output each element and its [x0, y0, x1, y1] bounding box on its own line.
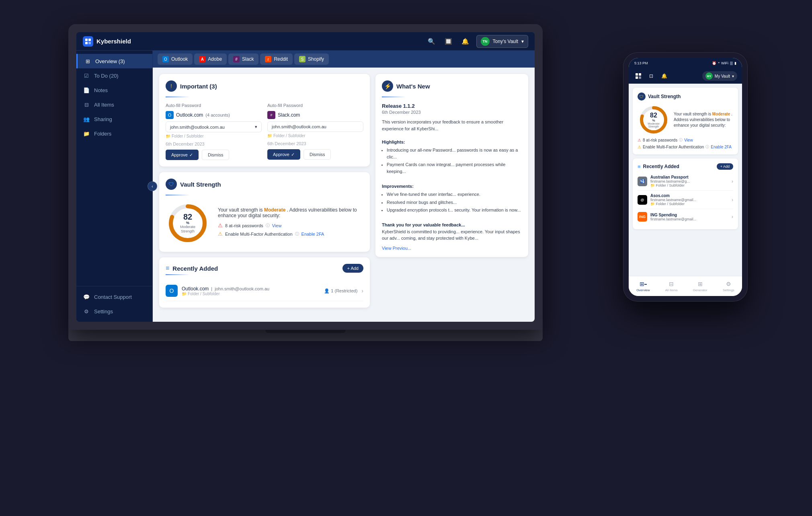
whats-new-card: ⚡ What's New Release 1.1.2 6th December … — [375, 74, 528, 257]
tab-label-slack: Slack — [242, 56, 254, 62]
notes-icon: 📄 — [83, 86, 90, 94]
tab-adobe[interactable]: A Adobe — [194, 53, 227, 65]
contact-support-icon: 💬 — [83, 293, 90, 300]
sidebar-item-all-items[interactable]: ⊟ All Items — [76, 97, 152, 112]
phone-add-label: + Add — [720, 164, 730, 169]
vault-strength-word: Moderate — [264, 207, 285, 213]
tab-reddit[interactable]: r Reddit — [260, 53, 293, 65]
phone-item-name-3: ING Spending — [650, 213, 728, 217]
sidebar-item-label-overview: Overview (3) — [95, 58, 125, 64]
phone-ing-icon: ING — [638, 212, 647, 222]
phone-risk-item-2: ⚠ Enable Multi-Factor Authentication ⓘ E… — [638, 144, 733, 150]
phone-tab-generator[interactable]: ⊞ Generator — [693, 280, 707, 292]
dismiss-button-1[interactable]: Dismiss — [202, 150, 230, 160]
vault-selector[interactable]: TN Tony's Vault ▾ — [476, 35, 528, 48]
laptop-notch — [265, 330, 346, 333]
important-card-header: ! Important (3) — [166, 80, 363, 92]
phone-folder-icon-1: 📁 — [650, 183, 655, 187]
gauge-label: Moderate Strength — [177, 225, 199, 234]
phone-item-info-3: ING Spending firstname.lastname@gmail... — [650, 213, 728, 221]
email-input-1[interactable]: john.smith@outlook.com.au ▾ — [166, 121, 262, 132]
phone-generator-icon: ⊞ — [697, 280, 704, 288]
action-btns-2: Approve ✓ Dismiss — [267, 149, 363, 160]
view-prev-link[interactable]: View Previou... — [382, 246, 522, 251]
logo-icon — [83, 36, 93, 47]
settings-label: Settings — [94, 308, 113, 315]
risk-link-1[interactable]: View — [272, 223, 282, 228]
tab-slack[interactable]: # Slack — [228, 53, 258, 65]
phone-item-arrow-3[interactable]: › — [732, 214, 733, 220]
search-button[interactable]: 🔍 — [426, 35, 438, 47]
phone-bell-button[interactable]: 🔔 — [659, 71, 669, 81]
sidebar: ⊞ Overview (3) ☑ To Do (20) 📄 Notes ⊟ — [76, 51, 153, 322]
sidebar-toggle[interactable]: ‹ — [148, 181, 157, 191]
recently-added-icon: ≡ — [166, 265, 169, 272]
phone-vault-selector[interactable]: MY My Vault ▾ — [702, 71, 737, 81]
phone-risk-link-1[interactable]: View — [684, 138, 693, 142]
improvements-list: We've fine-tuned the user interfac... ex… — [387, 191, 522, 214]
whats-new-header: ⚡ What's New — [382, 80, 522, 92]
phone-risk-link-2[interactable]: Enable 2FA — [711, 145, 732, 149]
folder-icon-2: 📁 — [267, 134, 272, 138]
sidebar-item-contact-support[interactable]: 💬 Contact Support — [76, 290, 152, 304]
email-input-2[interactable]: john.smith@outlook.com.au — [267, 121, 363, 132]
account-item-1: O Outlook.com (4 accounts) — [166, 111, 262, 119]
approve-button-2[interactable]: Approve ✓ — [267, 149, 300, 160]
risk-item-1: ⚠ 8 at-risk passwords ⓘ View — [218, 222, 363, 228]
approve-button-1[interactable]: Approve ✓ — [166, 150, 199, 160]
phone-tab-settings[interactable]: ⚙ Settings — [723, 280, 734, 292]
tab-shopify[interactable]: S Shopify — [294, 53, 329, 65]
alarm-icon: ⏰ — [712, 61, 716, 65]
phone-gauge-text: 82 % Moderate Strength — [646, 112, 662, 128]
phone-folder-text-1: Folder / Subfolder — [656, 183, 685, 187]
vault-desc: Your vault strength is Moderate . Addres… — [218, 207, 363, 218]
table-row: O Outlook.com | john.smith@outlook.com.a… — [166, 281, 363, 301]
content-area: O Outlook A Adobe # Slack r — [153, 51, 535, 322]
svg-rect-3 — [88, 42, 91, 44]
extension-button[interactable]: 🔲 — [443, 35, 455, 47]
phone-gauge-label: Moderate Strength — [646, 122, 662, 128]
sidebar-item-settings[interactable]: ⚙ Settings — [76, 304, 152, 319]
svg-rect-1 — [88, 39, 91, 41]
vault-avatar: TN — [481, 37, 490, 46]
item-info-1: Outlook.com | john.smith@outlook.com.au … — [182, 286, 320, 296]
account-count-1: (4 accounts) — [205, 113, 230, 117]
outlook-item-icon: O — [166, 285, 178, 297]
phone-item-name-2: Asos.com — [650, 193, 728, 198]
sidebar-item-todo[interactable]: ☑ To Do (20) — [76, 68, 152, 83]
tab-outlook[interactable]: O Outlook — [158, 53, 193, 65]
risk-link-2[interactable]: Enable 2FA — [301, 232, 324, 236]
vault-desc-start: Your vault strength is — [218, 207, 263, 213]
sidebar-item-sharing[interactable]: 👥 Sharing — [76, 112, 152, 126]
laptop-frame: Kybershield 🔍 🔲 🔔 TN Tony's Vault ▾ — [68, 24, 543, 354]
account-name-2: Slack.com — [278, 112, 300, 118]
phone-scan-button[interactable]: ⊡ — [646, 71, 656, 81]
phone-tab-all-items[interactable]: ⊟ All Items — [665, 280, 678, 292]
phone-add-button[interactable]: + Add — [717, 163, 733, 170]
dismiss-button-2[interactable]: Dismiss — [303, 149, 331, 160]
autofill-entry-2: Auto-fill Password # Slack.com john.smit… — [267, 103, 363, 160]
thanks-heading: Thank you for your valuable feedback... — [382, 222, 465, 227]
app-body: ⊞ Overview (3) ☑ To Do (20) 📄 Notes ⊟ — [76, 51, 535, 322]
sidebar-item-overview[interactable]: ⊞ Overview (3) — [76, 54, 152, 68]
sidebar-item-folders[interactable]: 📁 Folders — [76, 126, 152, 141]
sidebar-item-notes[interactable]: 📄 Notes — [76, 83, 152, 97]
phone-item-arrow-1[interactable]: › — [732, 179, 733, 184]
phone-item-arrow-2[interactable]: › — [732, 197, 733, 203]
left-column: ! Important (3) Auto-fill Password — [159, 74, 370, 315]
phone-list-item-3: ING ING Spending firstname.lastname@gmai… — [638, 209, 733, 224]
contact-support-label: Contact Support — [94, 294, 132, 300]
notification-button[interactable]: 🔔 — [459, 35, 472, 47]
date-text-2: 6th December 2023 — [267, 141, 363, 146]
svg-rect-8 — [636, 76, 638, 79]
add-button[interactable]: + Add — [342, 264, 363, 273]
phone-vault-title: Vault Strength — [648, 94, 681, 99]
highlight-item-2: Payment Cards can now integrat... paymen… — [387, 161, 522, 175]
account-name-1: Outlook.com — [176, 112, 203, 118]
phone-recently-icon: ≡ — [638, 164, 641, 170]
phone-vault-initials: MY — [707, 75, 712, 78]
item-arrow-1[interactable]: › — [361, 288, 363, 294]
phone-tab-overview[interactable]: ⊞ Overview — [636, 280, 650, 292]
phone-item-folder-2: 📁 Folder / Subfolder — [650, 202, 728, 206]
tab-label-reddit: Reddit — [274, 56, 288, 62]
